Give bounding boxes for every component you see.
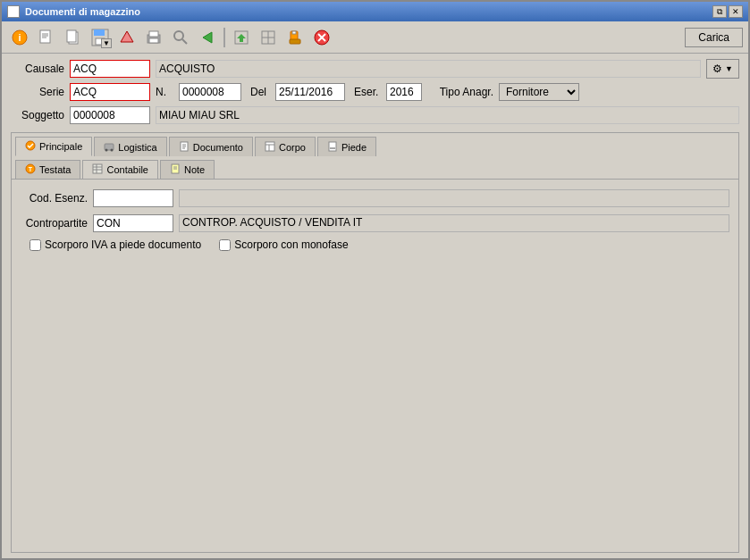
toolbar: i ▼: [2, 21, 748, 54]
svg-rect-9: [94, 29, 105, 36]
cod-esenz-input[interactable]: [93, 189, 173, 207]
tab-documento[interactable]: Documento: [169, 137, 253, 156]
navigate-button[interactable]: [195, 26, 220, 49]
del-input[interactable]: [275, 83, 345, 101]
cod-esenz-desc: [179, 189, 729, 207]
contropartite-label: Contropartite: [21, 217, 88, 230]
svg-rect-13: [149, 31, 158, 37]
inner-tab-testata-label: Testata: [39, 164, 71, 175]
scorporo-iva-item: Scorporo IVA a piede documento: [29, 238, 201, 251]
close-button[interactable]: ✕: [729, 5, 743, 18]
carica-button[interactable]: Carica: [685, 28, 743, 47]
piede-icon: [327, 141, 338, 154]
contropartite-input[interactable]: [93, 214, 173, 232]
tab-corpo[interactable]: Corpo: [255, 137, 316, 156]
tab-piede[interactable]: Piede: [317, 137, 376, 156]
serie-input[interactable]: [70, 83, 150, 101]
dropdown-arrow: ▼: [725, 64, 733, 73]
svg-rect-40: [329, 142, 336, 151]
export-button[interactable]: [229, 26, 254, 49]
logistica-icon: [104, 141, 114, 154]
tab-principale-label: Principale: [39, 141, 82, 152]
attach-button[interactable]: [282, 26, 308, 49]
soggetto-text: MIAU MIAU SRL: [156, 106, 739, 124]
svg-point-31: [105, 148, 108, 151]
settings-button[interactable]: ⚙ ▼: [706, 59, 739, 79]
scorporo-mono-item: Scorporo con monofase: [219, 238, 348, 251]
svg-rect-44: [93, 164, 102, 173]
causale-row: Causale ACQUISTO ⚙ ▼: [11, 59, 739, 79]
main-window: Documenti di magazzino ⧉ ✕ i ▼: [0, 0, 750, 560]
delete-button[interactable]: [114, 26, 139, 49]
causale-text: ACQUISTO: [156, 60, 701, 78]
soggetto-input[interactable]: [70, 106, 150, 124]
inner-tab-note-label: Note: [184, 164, 205, 175]
note-icon: [170, 163, 181, 176]
corpo-icon: [265, 141, 275, 154]
causale-input[interactable]: [70, 60, 150, 78]
checkbox-row: Scorporo IVA a piede documento Scorporo …: [29, 238, 729, 251]
tab-content-contabile: Cod. Esenz. Contropartite CONTROP. ACQUI…: [12, 180, 738, 552]
tab-logistica[interactable]: Logistica: [94, 137, 166, 156]
svg-rect-24: [292, 31, 296, 34]
svg-rect-37: [265, 142, 274, 151]
svg-text:T: T: [29, 166, 33, 172]
contabile-icon: [92, 163, 103, 176]
inner-tab-testata[interactable]: T Testata: [15, 160, 80, 179]
tipo-anagr-label: Tipo Anagr.: [431, 86, 493, 98]
inner-tab-contabile-label: Contabile: [106, 164, 147, 175]
eser-input[interactable]: [386, 83, 422, 101]
inner-tab-contabile[interactable]: Contabile: [82, 160, 157, 179]
gear-icon: ⚙: [712, 63, 722, 75]
testata-icon: T: [25, 163, 36, 176]
svg-rect-14: [149, 38, 158, 43]
documento-icon: [179, 141, 190, 154]
inner-tab-note[interactable]: Note: [160, 160, 215, 179]
main-tab-row: Principale Logistica Documento: [12, 133, 738, 156]
new-button[interactable]: [34, 26, 59, 49]
scorporo-iva-checkbox[interactable]: [29, 239, 41, 251]
tipo-anagr-select[interactable]: Fornitore: [499, 83, 579, 101]
svg-line-16: [182, 39, 187, 44]
print-button[interactable]: [141, 26, 166, 49]
tab-logistica-label: Logistica: [118, 142, 156, 153]
tab-corpo-label: Corpo: [279, 142, 306, 153]
svg-rect-2: [40, 30, 50, 43]
n-label: N.: [156, 86, 173, 98]
window-controls: ⧉ ✕: [712, 5, 743, 18]
window-icon: [7, 5, 20, 18]
scorporo-iva-label: Scorporo IVA a piede documento: [45, 238, 201, 251]
svg-text:i: i: [18, 32, 21, 43]
title-bar: Documenti di magazzino ⧉ ✕: [2, 2, 748, 21]
n-input[interactable]: [179, 83, 241, 101]
window-title: Documenti di magazzino: [25, 6, 140, 17]
search-button[interactable]: [168, 26, 193, 49]
tab-documento-label: Documento: [193, 142, 243, 153]
scorporo-mono-checkbox[interactable]: [219, 239, 231, 251]
svg-point-15: [174, 31, 183, 40]
tab-principale[interactable]: Principale: [15, 137, 92, 156]
eser-label: Eser.: [354, 86, 381, 98]
grid-button[interactable]: [256, 26, 281, 49]
contropartite-desc: CONTROP. ACQUISTO / VENDITA IT: [179, 214, 729, 232]
content-area: Causale ACQUISTO ⚙ ▼ Serie N. Del Eser. …: [2, 54, 748, 558]
cod-esenz-label: Cod. Esenz.: [21, 192, 88, 205]
close-tool-button[interactable]: [309, 26, 334, 49]
save-button[interactable]: ▼: [88, 26, 113, 49]
causale-label: Causale: [11, 63, 64, 75]
svg-marker-11: [121, 31, 133, 42]
contropartite-row: Contropartite CONTROP. ACQUISTO / VENDIT…: [21, 213, 729, 233]
restore-button[interactable]: ⧉: [712, 5, 727, 18]
svg-rect-25: [290, 39, 300, 44]
del-label: Del: [250, 86, 270, 98]
serie-label: Serie: [11, 86, 64, 98]
serie-row: Serie N. Del Eser. Tipo Anagr. Fornitore: [11, 82, 739, 102]
scorporo-mono-label: Scorporo con monofase: [234, 238, 348, 251]
info-button[interactable]: i: [7, 26, 32, 49]
principale-icon: [25, 140, 36, 153]
svg-point-32: [111, 148, 114, 151]
toolbar-separator: [223, 28, 225, 47]
soggetto-row: Soggetto MIAU MIAU SRL: [11, 105, 739, 125]
copy-button[interactable]: [61, 26, 86, 49]
svg-rect-7: [67, 30, 76, 42]
